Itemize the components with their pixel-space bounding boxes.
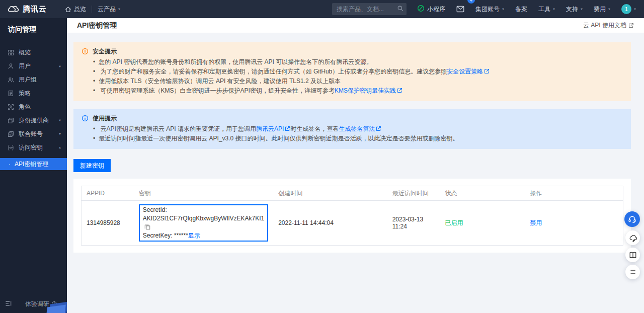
created-at-cell: 2022-11-11 14:44:04 (273, 201, 387, 246)
sidebar-item-access-keys[interactable]: 访问密钥 ▴ (0, 141, 67, 154)
search-icon[interactable] (397, 5, 404, 13)
avatar: 1 (621, 4, 631, 14)
sidebar-item-policies[interactable]: 策略 (0, 87, 67, 100)
nav-overview[interactable]: 总览 (59, 0, 92, 18)
mini-program-icon (417, 5, 425, 14)
table-header-row: APPID 密钥 创建时间 最近访问时间 状态 操作 (82, 186, 623, 201)
usage-bullet-1: 云API密钥是构建腾讯云 API 请求的重要凭证，用于您调用腾讯云API时生成签… (93, 124, 623, 134)
global-search (332, 3, 407, 15)
external-link-icon (484, 68, 490, 74)
sidebar-item-roles[interactable]: 角色 (0, 100, 67, 114)
secret-id-line: SecretId: AKID2SI1CF7rQIqgKbxwgByWIlVzEK… (143, 206, 264, 230)
external-link-icon (628, 23, 634, 28)
security-bullet-1: 您的 API 密钥代表您的账号身份和所拥有的权限，使用腾讯云 API 可以操作您… (93, 57, 623, 67)
access-key-icon (8, 144, 14, 151)
active-dot: · (9, 161, 11, 168)
disable-key-link[interactable]: 禁用 (530, 219, 542, 226)
brand-name: 腾讯云 (23, 5, 47, 14)
quick-menu-button[interactable] (625, 265, 640, 279)
kms-best-practice-link[interactable]: KMS保护密钥最佳实践 (335, 87, 396, 94)
nav-mini-program[interactable]: 小程序 (412, 0, 451, 18)
chevron-down-icon: ▾ (581, 7, 583, 11)
page-title: API密钥管理 (77, 21, 117, 30)
security-bullet-3: 使用低版本 TLS（安全传输层协议）调用云 API 有安全风险，建议使用 TLS… (93, 76, 623, 86)
sidebar-item-user-groups[interactable]: 用户组 (0, 73, 67, 87)
show-secret-key-link[interactable]: 显示 (188, 232, 200, 239)
user-group-icon (8, 76, 14, 83)
copy-icon[interactable] (144, 224, 150, 230)
key-box: SecretId: AKID2SI1CF7rQIqgKbxwgByWIlVzEK… (139, 204, 268, 242)
policy-document-icon (8, 90, 14, 97)
signature-algorithm-link[interactable]: 生成签名算法 (339, 125, 375, 132)
api-doc-link[interactable]: 云 API 使用文档 (583, 21, 634, 30)
nav-group-account[interactable]: 集团账号 ▾ (470, 0, 510, 18)
warning-info-icon (82, 48, 89, 55)
search-input[interactable] (332, 3, 407, 15)
customer-service-button[interactable] (624, 211, 640, 227)
top-navbar: 腾讯云 总览 云产品 ▾ 小程序 4 集团账号 ▾ 备案 工具 (0, 0, 644, 18)
col-key: 密钥 (134, 186, 273, 201)
security-policy-link[interactable]: 安全设置策略 (447, 68, 483, 75)
grid-icon (8, 49, 14, 56)
list-icon (629, 268, 636, 276)
sidebar-nav: 概览 用户 ▾ 用户组 策略 角色 (0, 41, 67, 170)
col-created: 创建时间 (273, 186, 387, 201)
open-book-icon (629, 251, 637, 259)
cloud-logo-icon (7, 5, 19, 14)
col-actions: 操作 (525, 186, 623, 201)
security-bullet-2: 为了您的财产和服务安全，请妥善保存和定期更换密钥，请勿通过任何方式（如 GitH… (93, 67, 623, 76)
chevron-down-icon: ▾ (502, 7, 504, 11)
chevron-down-icon: ▾ (634, 7, 636, 11)
nav-tools[interactable]: 工具 ▾ (533, 0, 560, 18)
sidebar: 访问管理 概览 用户 ▾ 用户组 策略 (0, 18, 67, 313)
sidebar-item-identity-providers[interactable]: 身份提供商 ▾ (0, 114, 67, 127)
chevron-down-icon: ▾ (59, 132, 61, 136)
actions-cell: 禁用 (525, 201, 623, 246)
sidebar-item-overview[interactable]: 概览 (0, 46, 67, 59)
collapse-sidebar-icon[interactable] (5, 300, 12, 308)
headset-icon (628, 215, 636, 223)
last-access-cell: 2023-03-13 11:24 (387, 201, 440, 246)
usage-bullet-2: 最近访问时间指最近一次使用密钥调用云 API_v3.0 接口的时间。此时间仅供判… (93, 134, 623, 143)
status-cell: 已启用 (440, 201, 525, 246)
nav-support[interactable]: 支持 ▾ (560, 0, 588, 18)
tencent-cloud-logo[interactable]: 腾讯云 (0, 5, 59, 14)
status-badge: 已启用 (445, 219, 463, 226)
page-header: API密钥管理 云 API 使用文档 (67, 18, 644, 33)
role-icon (8, 104, 14, 110)
nav-separator (92, 6, 92, 13)
key-table-card: APPID 密钥 创建时间 最近访问时间 状态 操作 1314985928 Se… (73, 179, 631, 253)
nav-billing[interactable]: 费用 ▾ (588, 0, 616, 18)
feedback-button[interactable] (625, 230, 640, 245)
chevron-up-icon: ▴ (59, 146, 61, 149)
nav-cloud-products[interactable]: 云产品 ▾ (92, 0, 126, 18)
sidebar-item-federated-accounts[interactable]: 联合账号 ▾ (0, 127, 67, 141)
tencent-cloud-api-link[interactable]: 腾讯云API (256, 125, 284, 132)
sidebar-item-api-key-management[interactable]: · API密钥管理 (0, 158, 67, 170)
info-circle-icon (82, 115, 89, 122)
user-icon (8, 63, 14, 69)
chevron-down-icon: ▾ (59, 119, 61, 122)
key-cell: SecretId: AKID2SI1CF7rQIqgKbxwgByWIlVzEK… (134, 201, 273, 246)
folder-decoration (47, 299, 67, 313)
external-link-icon (376, 126, 381, 131)
sidebar-title: 访问管理 (0, 18, 67, 41)
sidebar-item-users[interactable]: 用户 ▾ (0, 59, 67, 73)
home-icon (65, 6, 71, 13)
chevron-down-icon: ▾ (118, 7, 120, 11)
sidebar-footer: 体验调研 (0, 295, 67, 313)
usage-notice-header: 使用提示 (82, 114, 623, 123)
documentation-button[interactable] (625, 248, 640, 262)
table-row: 1314985928 SecretId: AKID2SI1CF7rQIqgKbx… (82, 201, 623, 246)
external-link-icon (285, 126, 290, 131)
security-notice-banner: 安全提示 您的 API 密钥代表您的账号身份和所拥有的权限，使用腾讯云 API … (73, 42, 631, 101)
appid-cell: 1314985928 (82, 201, 134, 246)
nav-account[interactable]: 1 ▾ (616, 0, 644, 18)
chevron-down-icon: ▾ (59, 64, 61, 68)
create-key-button[interactable]: 新建密钥 (73, 159, 111, 172)
nav-beian[interactable]: 备案 (510, 0, 533, 18)
envelope-icon (456, 6, 464, 13)
chevron-down-icon: ▾ (608, 7, 610, 11)
security-notice-header: 安全提示 (82, 47, 623, 56)
nav-messages[interactable]: 4 (451, 0, 470, 18)
